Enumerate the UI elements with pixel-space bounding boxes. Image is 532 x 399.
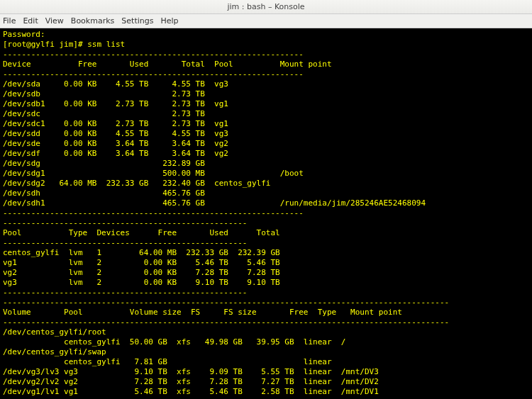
menu-edit[interactable]: Edit — [23, 16, 38, 26]
menu-bookmarks[interactable]: Bookmarks — [71, 16, 114, 26]
menu-file[interactable]: File — [3, 16, 16, 26]
menu-help[interactable]: Help — [160, 16, 178, 26]
window-titlebar: jim : bash – Konsole — [0, 0, 532, 14]
menu-view[interactable]: View — [45, 16, 64, 26]
menu-settings[interactable]: Settings — [121, 16, 153, 26]
menubar: File Edit View Bookmarks Settings Help — [0, 14, 532, 28]
window-title: jim : bash – Konsole — [227, 2, 304, 11]
terminal-output[interactable]: Password: [root@gylfi jim]# ssm list ---… — [0, 28, 532, 398]
